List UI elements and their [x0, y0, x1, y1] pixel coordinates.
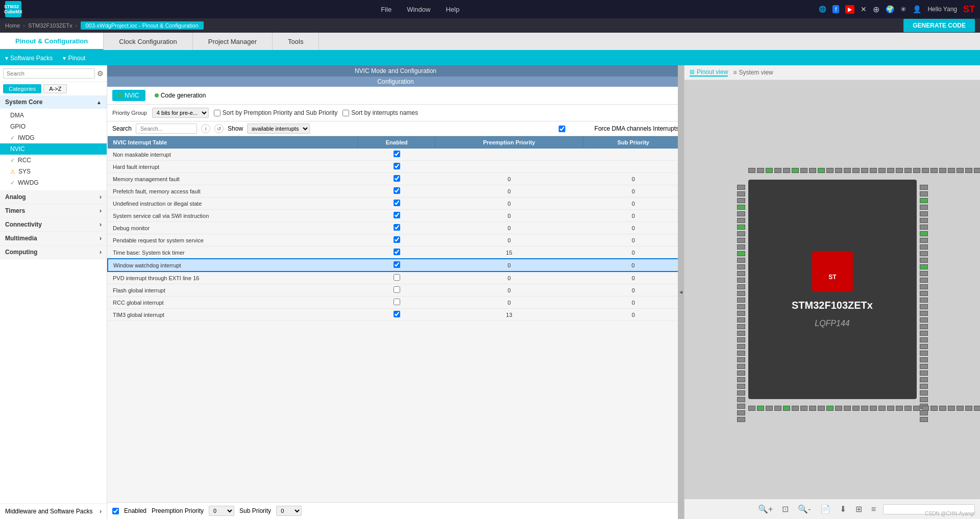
- sidebar-item-dma[interactable]: DMA: [0, 110, 107, 121]
- pin-box: [737, 337, 745, 342]
- wwdg-check-icon: ✓: [10, 180, 15, 186]
- interrupt-enabled-checkbox[interactable]: [394, 212, 400, 218]
- breadcrumb-project[interactable]: 003-xWdgProject.ioc - Pinout & Configura…: [81, 21, 204, 30]
- table-row: Flash global interrupt00: [108, 284, 683, 296]
- nvic-tab-nvic[interactable]: NVIC: [112, 90, 145, 101]
- nvic-tab-codegen[interactable]: Code generation: [149, 90, 212, 101]
- panel-close-handle[interactable]: ◀: [678, 65, 684, 519]
- facebook-icon[interactable]: f: [832, 5, 839, 13]
- sidebar-item-nvic[interactable]: NVIC: [0, 143, 107, 155]
- sort-names-checkbox[interactable]: [342, 110, 349, 116]
- fit-icon[interactable]: ⊡: [780, 502, 791, 516]
- subtab-software-packs[interactable]: ▾ Software Packs: [5, 55, 53, 62]
- bottom-preemption-select[interactable]: 0: [209, 506, 234, 516]
- interrupt-enabled-checkbox[interactable]: [394, 249, 400, 255]
- bottom-sub-select[interactable]: 0: [276, 506, 302, 516]
- pin-box: [920, 258, 928, 263]
- svg-rect-0: [812, 251, 853, 292]
- interrupt-enabled-checkbox[interactable]: [394, 163, 400, 169]
- middleware-item[interactable]: Middleware and Software Packs ›: [0, 503, 107, 519]
- pin-box: [920, 225, 928, 230]
- sidebar-item-computing[interactable]: Computing ›: [0, 245, 107, 259]
- interrupt-preemption-cell: 0: [435, 234, 583, 246]
- pin-box: [737, 191, 745, 196]
- page-icon[interactable]: 📄: [818, 502, 832, 516]
- interrupt-preemption-cell: 0: [435, 296, 583, 309]
- generate-code-button[interactable]: GENERATE CODE: [903, 19, 975, 32]
- sidebar-item-sys[interactable]: ⚠ SYS: [0, 166, 107, 177]
- pin-box: [920, 390, 928, 396]
- breadcrumb-home[interactable]: Home: [5, 22, 20, 29]
- grid-icon[interactable]: ⊞: [853, 502, 864, 516]
- star-icon[interactable]: ✳: [900, 5, 906, 13]
- web-icon[interactable]: 🌍: [886, 5, 894, 13]
- table-row: RCC global interrupt00: [108, 296, 683, 309]
- show-select[interactable]: available interrupts: [247, 123, 310, 134]
- youtube-icon[interactable]: ▶: [845, 5, 854, 14]
- list-icon[interactable]: ≡: [869, 503, 878, 516]
- tab-categories-btn[interactable]: Categories: [3, 84, 41, 93]
- info-icon[interactable]: i: [201, 124, 210, 133]
- sidebar-item-iwdg[interactable]: ✓ IWDG: [0, 132, 107, 143]
- interrupt-enabled-checkbox[interactable]: [394, 274, 400, 281]
- interrupt-enabled-checkbox[interactable]: [394, 187, 400, 194]
- pin-box: [948, 168, 955, 173]
- refresh-icon[interactable]: ↺: [214, 124, 224, 133]
- sidebar-item-wwdg[interactable]: ✓ WWDG: [0, 177, 107, 188]
- config-header: Configuration: [107, 77, 684, 87]
- tab-clock[interactable]: Clock Configuration: [104, 33, 192, 50]
- interrupt-enabled-checkbox[interactable]: [394, 286, 400, 293]
- priority-group-select[interactable]: 4 bits for pre-e...: [152, 108, 209, 118]
- bottom-enabled-checkbox[interactable]: [112, 508, 119, 514]
- tab-pinout-view[interactable]: ⊞ Pinout view: [690, 68, 728, 77]
- pin-box: [920, 331, 928, 336]
- interrupt-enabled-checkbox[interactable]: [394, 261, 400, 268]
- pin-box: [920, 198, 928, 203]
- nvic-search-input[interactable]: [136, 123, 197, 134]
- download-icon[interactable]: ⬇: [838, 502, 848, 516]
- sidebar-item-multimedia[interactable]: Multimedia ›: [0, 232, 107, 245]
- interrupt-enabled-checkbox[interactable]: [394, 200, 400, 206]
- interrupt-preemption-cell: 0: [435, 284, 583, 296]
- force-dma-checkbox[interactable]: [531, 126, 593, 132]
- settings-icon[interactable]: ⚙: [97, 69, 104, 78]
- interrupt-enabled-checkbox[interactable]: [394, 224, 400, 231]
- interrupt-enabled-checkbox[interactable]: [394, 175, 400, 182]
- subtab-pinout[interactable]: ▾ Pinout: [63, 55, 85, 62]
- globe-icon[interactable]: 🌐: [819, 6, 826, 13]
- menu-file[interactable]: File: [381, 6, 391, 13]
- interrupt-enabled-checkbox[interactable]: [394, 236, 400, 243]
- tab-system-view[interactable]: ≡ System view: [733, 68, 773, 77]
- interrupt-name-cell: Debug monitor: [108, 222, 358, 234]
- sidebar-search-input[interactable]: [3, 68, 95, 79]
- sidebar-item-timers[interactable]: Timers ›: [0, 204, 107, 218]
- zoom-out-icon[interactable]: 🔍-: [796, 502, 813, 516]
- interrupt-enabled-checkbox[interactable]: [394, 311, 400, 317]
- interrupt-enabled-checkbox[interactable]: [394, 151, 400, 157]
- zoom-in-icon[interactable]: 🔍+: [756, 502, 775, 516]
- menu-help[interactable]: Help: [446, 6, 459, 13]
- sidebar-item-gpio[interactable]: GPIO: [0, 121, 107, 132]
- sidebar-item-connectivity[interactable]: Connectivity ›: [0, 218, 107, 232]
- sidebar-group-header-system-core[interactable]: System Core ▲: [0, 95, 107, 109]
- tab-tools[interactable]: Tools: [273, 33, 319, 50]
- breadcrumb-device[interactable]: STM32F103ZETx: [28, 22, 72, 29]
- tab-az-btn[interactable]: A->Z: [43, 84, 67, 93]
- pin-box: [737, 218, 745, 223]
- menu-window[interactable]: Window: [407, 6, 430, 13]
- github-icon[interactable]: ⊕: [873, 5, 879, 14]
- interrupt-enabled-cell: [358, 284, 435, 296]
- sidebar-item-analog[interactable]: Analog ›: [0, 190, 107, 204]
- interrupt-enabled-checkbox[interactable]: [394, 299, 400, 305]
- tab-project[interactable]: Project Manager: [193, 33, 273, 50]
- pin-box: [922, 406, 929, 411]
- sidebar-item-rcc[interactable]: ✓ RCC: [0, 155, 107, 166]
- pin-box: [920, 324, 928, 329]
- x-icon[interactable]: ✕: [861, 5, 867, 13]
- pin-box: [896, 406, 903, 411]
- pin-box: [974, 168, 981, 173]
- pin-box: [783, 406, 790, 411]
- sort-premption-checkbox[interactable]: [214, 110, 220, 116]
- connectivity-label: Connectivity: [5, 221, 42, 228]
- tab-pinout[interactable]: Pinout & Configuration: [0, 33, 104, 50]
